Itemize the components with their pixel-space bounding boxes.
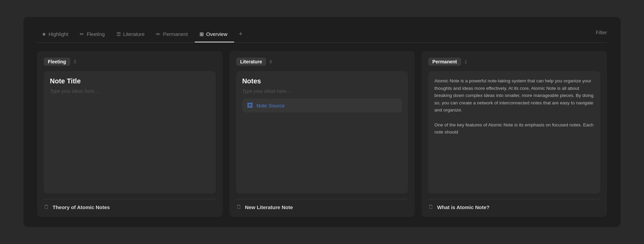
literature-footer[interactable]: 🗒 New Literature Note [236, 199, 408, 210]
filter-button[interactable]: Filter [596, 29, 607, 40]
tab-literature-label: Literature [123, 31, 145, 37]
tab-bar: ★ Highlight ✏ Fleeting ☰ Literature ✏ Pe… [37, 27, 607, 43]
literature-column-count: 6 [269, 59, 272, 64]
fleeting-footer[interactable]: 🗒 Theory of Atomic Notes [44, 199, 216, 210]
permanent-column-header: Permanent 1 [428, 58, 600, 66]
literature-icon: ☰ [116, 31, 121, 37]
fleeting-card-title: Note Title [50, 77, 210, 85]
note-source-button[interactable]: 🖼 Note Source [242, 99, 402, 113]
fleeting-card[interactable]: Note Title Type your ideas here.... [44, 71, 216, 194]
literature-column-title: Literature [236, 58, 266, 66]
tab-overview[interactable]: ⊞ Overview [195, 28, 234, 42]
source-label: Note Source [257, 103, 285, 108]
fleeting-footer-icon: 🗒 [44, 204, 49, 210]
literature-column: Literature 6 Notes Type your ideas here.… [229, 51, 415, 217]
fleeting-column-header: Fleeting 3 [44, 58, 216, 66]
fleeting-column-count: 3 [74, 59, 76, 64]
literature-footer-icon: 🗒 [236, 204, 242, 210]
tab-highlight[interactable]: ★ Highlight [37, 28, 75, 42]
tab-overview-label: Overview [206, 31, 228, 37]
columns-container: Fleeting 3 Note Title Type your ideas he… [37, 51, 607, 217]
fleeting-column-title: Fleeting [44, 58, 70, 66]
tab-permanent-label: Permanent [163, 31, 188, 37]
permanent-footer-icon: 🗒 [428, 204, 434, 210]
fleeting-card-placeholder: Type your ideas here.... [50, 88, 210, 94]
fleeting-column: Fleeting 3 Note Title Type your ideas he… [37, 51, 223, 217]
fleeting-footer-label: Theory of Atomic Notes [53, 204, 110, 210]
literature-card[interactable]: Notes Type your ideas here.... 🖼 Note So… [236, 71, 408, 194]
permanent-card-body: Atomic Note is a powerful note-taking sy… [434, 77, 594, 136]
permanent-footer[interactable]: 🗒 What is Atomic Note? [428, 199, 600, 210]
permanent-column-count: 1 [465, 59, 467, 64]
source-image-icon: 🖼 [247, 102, 253, 109]
app-container: ★ Highlight ✏ Fleeting ☰ Literature ✏ Pe… [23, 17, 621, 227]
permanent-card[interactable]: Atomic Note is a powerful note-taking sy… [428, 71, 600, 194]
add-tab-button[interactable]: + [234, 27, 247, 42]
permanent-footer-label: What is Atomic Note? [437, 204, 489, 210]
permanent-column-title: Permanent [428, 58, 461, 66]
permanent-column: Permanent 1 Atomic Note is a powerful no… [421, 51, 607, 217]
literature-card-title: Notes [242, 77, 402, 85]
fleeting-icon: ✏ [80, 31, 84, 37]
literature-footer-label: New Literature Note [245, 204, 293, 210]
permanent-icon: ✏ [156, 31, 160, 37]
tab-permanent[interactable]: ✏ Permanent [151, 28, 194, 42]
tab-literature[interactable]: ☰ Literature [112, 28, 151, 42]
overview-icon: ⊞ [200, 31, 204, 37]
highlight-icon: ★ [42, 31, 46, 37]
tab-fleeting[interactable]: ✏ Fleeting [75, 28, 111, 42]
tab-fleeting-label: Fleeting [87, 31, 105, 37]
tab-highlight-label: Highlight [49, 31, 68, 37]
literature-card-placeholder: Type your ideas here.... [242, 88, 402, 94]
literature-column-header: Literature 6 [236, 58, 408, 66]
